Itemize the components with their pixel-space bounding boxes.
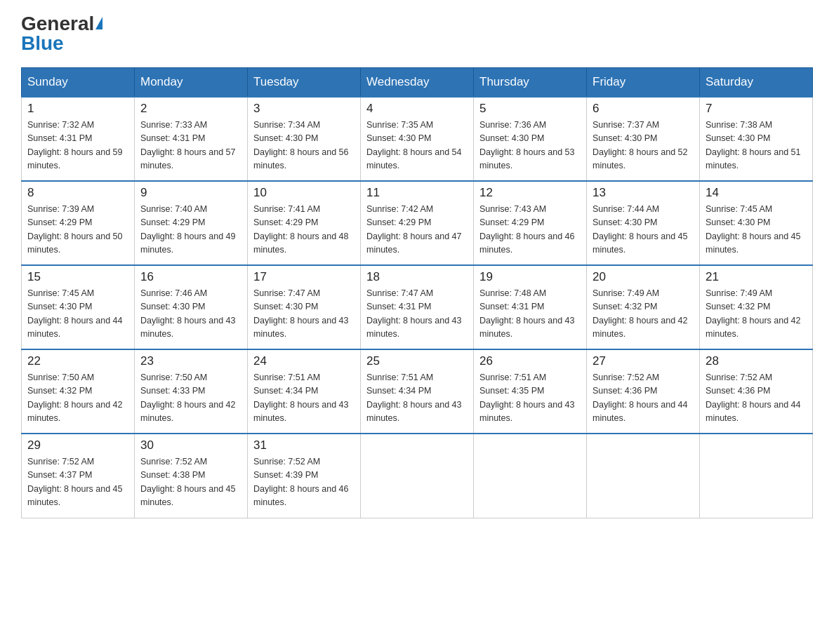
day-number: 20 [593, 270, 694, 284]
day-number: 21 [706, 270, 807, 284]
calendar-table: SundayMondayTuesdayWednesdayThursdayFrid… [21, 67, 813, 518]
day-number: 10 [253, 186, 355, 200]
day-number: 31 [253, 438, 355, 452]
calendar-week-row: 15 Sunrise: 7:45 AMSunset: 4:30 PMDaylig… [22, 265, 813, 349]
day-info: Sunrise: 7:51 AMSunset: 4:35 PMDaylight:… [479, 371, 581, 426]
calendar-cell: 12 Sunrise: 7:43 AMSunset: 4:29 PMDaylig… [474, 181, 587, 265]
day-info: Sunrise: 7:52 AMSunset: 4:38 PMDaylight:… [140, 455, 241, 510]
day-number: 30 [140, 438, 241, 452]
day-number: 19 [479, 270, 581, 284]
day-info: Sunrise: 7:33 AMSunset: 4:31 PMDaylight:… [140, 119, 241, 173]
logo-general-text: General [21, 14, 102, 34]
day-info: Sunrise: 7:52 AMSunset: 4:36 PMDaylight:… [593, 371, 694, 426]
calendar-cell: 29 Sunrise: 7:52 AMSunset: 4:37 PMDaylig… [22, 434, 135, 518]
day-info: Sunrise: 7:47 AMSunset: 4:31 PMDaylight:… [366, 287, 468, 342]
logo: General Blue [21, 14, 102, 53]
calendar-cell: 22 Sunrise: 7:50 AMSunset: 4:32 PMDaylig… [22, 349, 135, 434]
day-number: 23 [140, 354, 241, 368]
calendar-week-row: 22 Sunrise: 7:50 AMSunset: 4:32 PMDaylig… [22, 349, 813, 434]
day-number: 16 [140, 270, 241, 284]
day-info: Sunrise: 7:46 AMSunset: 4:30 PMDaylight:… [140, 287, 241, 342]
calendar-cell: 30 Sunrise: 7:52 AMSunset: 4:38 PMDaylig… [135, 434, 248, 518]
day-number: 18 [366, 270, 468, 284]
day-number: 29 [27, 438, 128, 452]
day-info: Sunrise: 7:51 AMSunset: 4:34 PMDaylight:… [253, 371, 355, 426]
calendar-cell: 18 Sunrise: 7:47 AMSunset: 4:31 PMDaylig… [361, 265, 474, 349]
calendar-cell [474, 434, 587, 518]
calendar-cell: 28 Sunrise: 7:52 AMSunset: 4:36 PMDaylig… [700, 349, 813, 434]
day-number: 25 [366, 354, 468, 368]
day-number: 27 [593, 354, 694, 368]
calendar-header-row: SundayMondayTuesdayWednesdayThursdayFrid… [22, 68, 813, 98]
day-info: Sunrise: 7:49 AMSunset: 4:32 PMDaylight:… [593, 287, 694, 342]
col-header-tuesday: Tuesday [248, 68, 361, 98]
day-info: Sunrise: 7:52 AMSunset: 4:36 PMDaylight:… [706, 371, 807, 426]
calendar-week-row: 8 Sunrise: 7:39 AMSunset: 4:29 PMDayligh… [22, 181, 813, 265]
day-number: 3 [253, 102, 355, 116]
day-info: Sunrise: 7:50 AMSunset: 4:33 PMDaylight:… [140, 371, 241, 426]
day-info: Sunrise: 7:42 AMSunset: 4:29 PMDaylight:… [366, 203, 468, 257]
calendar-cell: 8 Sunrise: 7:39 AMSunset: 4:29 PMDayligh… [22, 181, 135, 265]
calendar-cell: 19 Sunrise: 7:48 AMSunset: 4:31 PMDaylig… [474, 265, 587, 349]
calendar-cell: 31 Sunrise: 7:52 AMSunset: 4:39 PMDaylig… [248, 434, 361, 518]
day-info: Sunrise: 7:43 AMSunset: 4:29 PMDaylight:… [479, 203, 581, 257]
day-info: Sunrise: 7:38 AMSunset: 4:30 PMDaylight:… [706, 119, 807, 173]
day-number: 11 [366, 186, 468, 200]
logo-blue-text: Blue [21, 34, 102, 53]
calendar-cell: 13 Sunrise: 7:44 AMSunset: 4:30 PMDaylig… [587, 181, 700, 265]
calendar-cell: 16 Sunrise: 7:46 AMSunset: 4:30 PMDaylig… [135, 265, 248, 349]
calendar-cell: 10 Sunrise: 7:41 AMSunset: 4:29 PMDaylig… [248, 181, 361, 265]
calendar-cell [587, 434, 700, 518]
calendar-cell: 26 Sunrise: 7:51 AMSunset: 4:35 PMDaylig… [474, 349, 587, 434]
day-info: Sunrise: 7:47 AMSunset: 4:30 PMDaylight:… [253, 287, 355, 342]
day-info: Sunrise: 7:48 AMSunset: 4:31 PMDaylight:… [479, 287, 581, 342]
day-number: 28 [706, 354, 807, 368]
day-info: Sunrise: 7:35 AMSunset: 4:30 PMDaylight:… [366, 119, 468, 173]
day-info: Sunrise: 7:52 AMSunset: 4:37 PMDaylight:… [27, 455, 128, 510]
calendar-cell: 25 Sunrise: 7:51 AMSunset: 4:34 PMDaylig… [361, 349, 474, 434]
day-number: 26 [479, 354, 581, 368]
col-header-monday: Monday [135, 68, 248, 98]
day-info: Sunrise: 7:45 AMSunset: 4:30 PMDaylight:… [27, 287, 128, 342]
day-info: Sunrise: 7:34 AMSunset: 4:30 PMDaylight:… [253, 119, 355, 173]
calendar-cell: 6 Sunrise: 7:37 AMSunset: 4:30 PMDayligh… [587, 97, 700, 181]
logo-triangle-icon [95, 17, 102, 29]
calendar-cell: 11 Sunrise: 7:42 AMSunset: 4:29 PMDaylig… [361, 181, 474, 265]
day-number: 6 [593, 102, 694, 116]
col-header-wednesday: Wednesday [361, 68, 474, 98]
day-number: 7 [706, 102, 807, 116]
calendar-cell: 1 Sunrise: 7:32 AMSunset: 4:31 PMDayligh… [22, 97, 135, 181]
day-number: 12 [479, 186, 581, 200]
calendar-cell: 15 Sunrise: 7:45 AMSunset: 4:30 PMDaylig… [22, 265, 135, 349]
calendar-cell: 21 Sunrise: 7:49 AMSunset: 4:32 PMDaylig… [700, 265, 813, 349]
day-info: Sunrise: 7:52 AMSunset: 4:39 PMDaylight:… [253, 455, 355, 510]
day-number: 5 [479, 102, 581, 116]
calendar-cell: 20 Sunrise: 7:49 AMSunset: 4:32 PMDaylig… [587, 265, 700, 349]
day-info: Sunrise: 7:45 AMSunset: 4:30 PMDaylight:… [706, 203, 807, 257]
day-number: 17 [253, 270, 355, 284]
day-number: 13 [593, 186, 694, 200]
col-header-saturday: Saturday [700, 68, 813, 98]
day-number: 15 [27, 270, 128, 284]
day-number: 14 [706, 186, 807, 200]
day-number: 2 [140, 102, 241, 116]
day-info: Sunrise: 7:50 AMSunset: 4:32 PMDaylight:… [27, 371, 128, 426]
day-number: 24 [253, 354, 355, 368]
calendar-cell: 24 Sunrise: 7:51 AMSunset: 4:34 PMDaylig… [248, 349, 361, 434]
day-number: 8 [27, 186, 128, 200]
calendar-cell: 23 Sunrise: 7:50 AMSunset: 4:33 PMDaylig… [135, 349, 248, 434]
calendar-cell: 4 Sunrise: 7:35 AMSunset: 4:30 PMDayligh… [361, 97, 474, 181]
calendar-cell: 3 Sunrise: 7:34 AMSunset: 4:30 PMDayligh… [248, 97, 361, 181]
calendar-week-row: 29 Sunrise: 7:52 AMSunset: 4:37 PMDaylig… [22, 434, 813, 518]
calendar-cell [700, 434, 813, 518]
day-info: Sunrise: 7:37 AMSunset: 4:30 PMDaylight:… [593, 119, 694, 173]
day-info: Sunrise: 7:41 AMSunset: 4:29 PMDaylight:… [253, 203, 355, 257]
calendar-cell: 7 Sunrise: 7:38 AMSunset: 4:30 PMDayligh… [700, 97, 813, 181]
col-header-thursday: Thursday [474, 68, 587, 98]
day-number: 4 [366, 102, 468, 116]
calendar-cell: 5 Sunrise: 7:36 AMSunset: 4:30 PMDayligh… [474, 97, 587, 181]
day-info: Sunrise: 7:36 AMSunset: 4:30 PMDaylight:… [479, 119, 581, 173]
calendar-cell: 17 Sunrise: 7:47 AMSunset: 4:30 PMDaylig… [248, 265, 361, 349]
day-number: 22 [27, 354, 128, 368]
day-number: 9 [140, 186, 241, 200]
